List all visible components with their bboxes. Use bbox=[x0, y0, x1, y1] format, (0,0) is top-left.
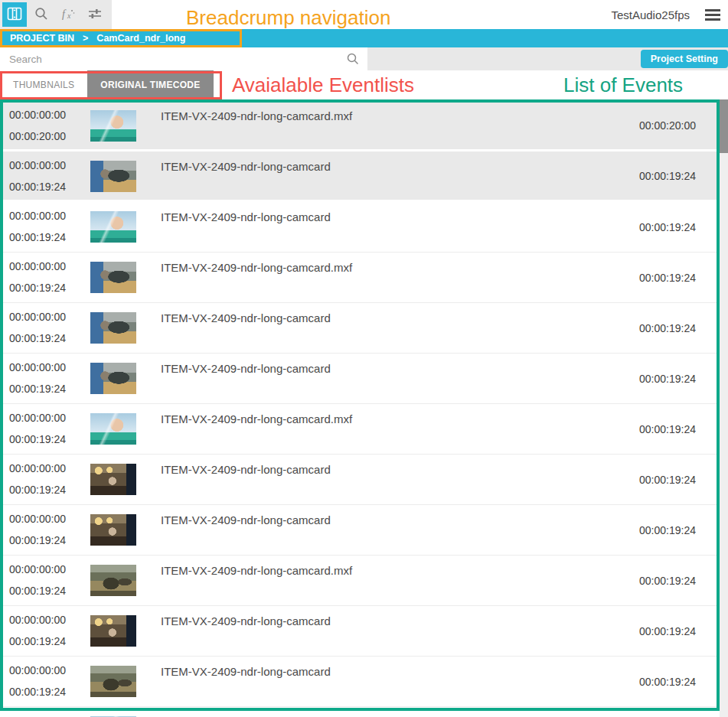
event-name: ITEM-VX-2409-ndr-long-camcard bbox=[161, 665, 331, 678]
event-row[interactable]: 00:00:00:00 00:00:20:00 ITEM-VX-2409-ndr… bbox=[0, 101, 717, 152]
start-timecode: 00:00:00:00 bbox=[9, 361, 66, 373]
event-duration-timecode: 00:00:19:24 bbox=[639, 322, 696, 334]
search-input[interactable] bbox=[0, 47, 367, 70]
event-duration-timecode: 00:00:19:24 bbox=[639, 676, 696, 688]
event-thumbnail[interactable] bbox=[90, 312, 136, 344]
breadcrumb-current: CamCard_ndr_long bbox=[96, 33, 185, 44]
filmstrip-icon bbox=[6, 5, 23, 24]
breadcrumb: PROJECT BIN > CamCard_ndr_long bbox=[0, 29, 728, 47]
tab-original-timecode[interactable]: ORIGINAL TIMECODE bbox=[87, 70, 213, 99]
svg-text:x: x bbox=[67, 11, 71, 20]
sliders-icon bbox=[87, 6, 103, 24]
event-duration-timecode: 00:00:19:24 bbox=[639, 474, 696, 486]
event-duration-timecode: 00:00:19:24 bbox=[639, 272, 696, 284]
event-row[interactable]: 00:00:00:00 00:00:19:24 ITEM-VX-2409-ndr… bbox=[0, 606, 717, 657]
event-row[interactable]: 00:00:00:00 00:00:19:24 ITEM-VX-2409-ndr… bbox=[0, 657, 717, 707]
project-title: TestAudio25fps bbox=[611, 8, 690, 21]
event-row[interactable]: 00:00:00:00 00:00:19:24 ITEM-VX-2409-ndr… bbox=[0, 202, 717, 253]
start-timecode: 00:00:00:00 bbox=[9, 159, 66, 171]
event-thumbnail[interactable] bbox=[90, 161, 136, 192]
event-thumbnail[interactable] bbox=[90, 363, 136, 394]
end-timecode: 00:00:19:24 bbox=[9, 484, 66, 496]
end-timecode: 00:00:19:24 bbox=[9, 585, 66, 597]
event-row[interactable]: 00:00:00:00 00:00:19:24 ITEM-VX-2409-ndr… bbox=[0, 505, 717, 556]
vertical-scrollbar[interactable] bbox=[720, 99, 728, 717]
end-timecode: 00:00:19:24 bbox=[9, 686, 66, 698]
event-row[interactable]: 00:00:00:00 00:00:19:24 ITEM-VX-2409-ndr… bbox=[0, 152, 717, 202]
event-name: ITEM-VX-2409-ndr-long-camcard.mxf bbox=[161, 564, 352, 577]
event-row[interactable]: 00:00:00:00 00:00:19:24 ITEM-VX-2409-ndr… bbox=[0, 354, 717, 404]
start-timecode: 00:00:00:00 bbox=[9, 664, 66, 676]
end-timecode: 00:00:19:24 bbox=[9, 282, 66, 294]
event-name: ITEM-VX-2409-ndr-long-camcard bbox=[161, 362, 331, 375]
event-duration-timecode: 00:00:19:24 bbox=[639, 373, 696, 385]
svg-text:f: f bbox=[62, 8, 67, 20]
effects-button[interactable]: f x bbox=[56, 2, 80, 27]
search-row: Project Setting bbox=[0, 47, 728, 70]
start-timecode: 00:00:00:00 bbox=[9, 614, 66, 626]
event-name: ITEM-VX-2409-ndr-long-camcard bbox=[161, 311, 331, 324]
event-name: ITEM-VX-2409-ndr-long-camcard bbox=[161, 160, 331, 173]
event-name: ITEM-VX-2409-ndr-long-camcard.mxf bbox=[161, 109, 352, 122]
end-timecode: 00:00:19:24 bbox=[9, 181, 66, 193]
toolbar-right: TestAudio25fps bbox=[611, 0, 720, 29]
search-tool-button[interactable] bbox=[29, 2, 54, 27]
start-timecode: 00:00:00:00 bbox=[9, 311, 66, 323]
search-box bbox=[0, 47, 367, 70]
event-name: ITEM-VX-2409-ndr-long-camcard bbox=[161, 513, 331, 526]
event-duration-timecode: 00:00:19:24 bbox=[639, 221, 696, 233]
event-name: ITEM-VX-2409-ndr-long-camcard bbox=[161, 210, 331, 223]
tab-thumbnails[interactable]: THUMBNAILS bbox=[0, 70, 87, 99]
filter-settings-button[interactable] bbox=[83, 2, 107, 27]
event-duration-timecode: 00:00:19:24 bbox=[639, 575, 696, 587]
event-row[interactable]: 00:00:00:00 ITEM-VX-2409-ndr-long-camcar… bbox=[0, 707, 717, 717]
start-timecode: 00:00:00:00 bbox=[9, 513, 66, 525]
breadcrumb-root[interactable]: PROJECT BIN bbox=[10, 33, 74, 44]
event-thumbnail[interactable] bbox=[90, 565, 136, 596]
event-thumbnail[interactable] bbox=[90, 464, 136, 495]
end-timecode: 00:00:19:24 bbox=[9, 332, 66, 344]
event-duration-timecode: 00:00:20:00 bbox=[639, 119, 696, 132]
project-setting-button[interactable]: Project Setting bbox=[641, 50, 728, 68]
event-thumbnail[interactable] bbox=[90, 262, 136, 293]
event-thumbnail[interactable] bbox=[90, 413, 136, 445]
event-thumbnail[interactable] bbox=[90, 211, 136, 243]
search-icon bbox=[34, 6, 49, 24]
event-duration-timecode: 00:00:19:24 bbox=[639, 524, 696, 536]
event-row[interactable]: 00:00:00:00 00:00:19:24 ITEM-VX-2409-ndr… bbox=[0, 556, 717, 606]
breadcrumb-separator-icon: > bbox=[83, 33, 88, 44]
start-timecode: 00:00:00:00 bbox=[9, 109, 66, 121]
start-timecode: 00:00:00:00 bbox=[9, 260, 66, 272]
event-thumbnail[interactable] bbox=[90, 110, 136, 142]
event-duration-timecode: 00:00:19:24 bbox=[639, 170, 696, 182]
event-name: ITEM-VX-2409-ndr-long-camcard.mxf bbox=[161, 412, 352, 425]
toolbar-icon-strip: f x bbox=[0, 0, 112, 29]
event-thumbnail[interactable] bbox=[90, 514, 136, 546]
end-timecode: 00:00:19:24 bbox=[9, 534, 66, 546]
event-thumbnail[interactable] bbox=[90, 615, 136, 647]
hamburger-menu-icon[interactable] bbox=[705, 9, 720, 21]
start-timecode: 00:00:00:00 bbox=[9, 462, 66, 474]
event-row[interactable]: 00:00:00:00 00:00:19:24 ITEM-VX-2409-ndr… bbox=[0, 253, 717, 303]
scrollbar-thumb[interactable] bbox=[720, 99, 728, 153]
event-row[interactable]: 00:00:00:00 00:00:19:24 ITEM-VX-2409-ndr… bbox=[0, 455, 717, 505]
end-timecode: 00:00:19:24 bbox=[9, 635, 66, 647]
event-duration-timecode: 00:00:19:24 bbox=[639, 423, 696, 435]
event-name: ITEM-VX-2409-ndr-long-camcard bbox=[161, 463, 331, 476]
end-timecode: 00:00:19:24 bbox=[9, 231, 66, 243]
bin-view-button[interactable] bbox=[2, 2, 27, 27]
event-list: 00:00:00:00 00:00:20:00 ITEM-VX-2409-ndr… bbox=[0, 99, 717, 717]
event-row[interactable]: 00:00:00:00 00:00:19:24 ITEM-VX-2409-ndr… bbox=[0, 303, 717, 354]
search-submit-icon[interactable] bbox=[346, 52, 360, 69]
event-duration-timecode: 00:00:19:24 bbox=[639, 625, 696, 637]
effects-fx-icon: f x bbox=[60, 6, 77, 24]
end-timecode: 00:00:20:00 bbox=[9, 130, 66, 142]
top-toolbar: f x TestAudio bbox=[0, 0, 728, 29]
event-row[interactable]: 00:00:00:00 00:00:19:24 ITEM-VX-2409-ndr… bbox=[0, 404, 717, 455]
end-timecode: 00:00:19:24 bbox=[9, 383, 66, 395]
start-timecode: 00:00:00:00 bbox=[9, 210, 66, 222]
end-timecode: 00:00:19:24 bbox=[9, 433, 66, 445]
event-name: ITEM-VX-2409-ndr-long-camcard bbox=[161, 614, 331, 627]
app-window: f x TestAudio bbox=[0, 0, 728, 717]
event-thumbnail[interactable] bbox=[90, 666, 136, 697]
